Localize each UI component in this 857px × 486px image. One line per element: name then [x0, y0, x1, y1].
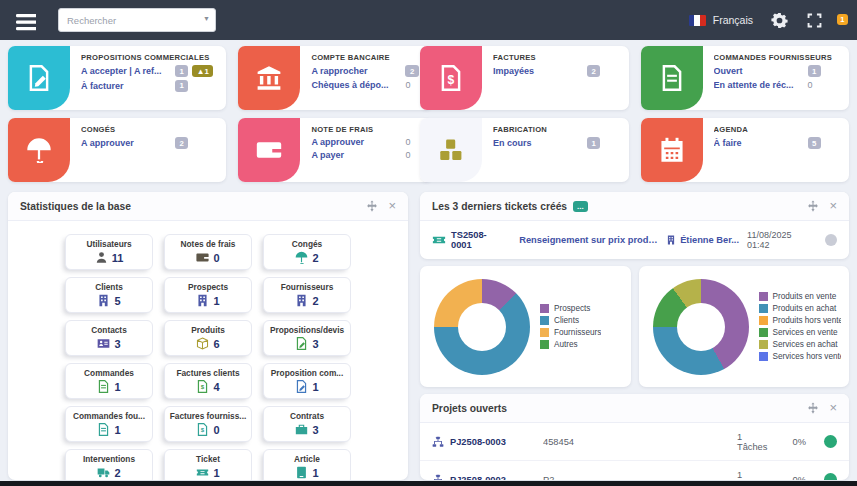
- summary-card[interactable]: CONGÉS A approuver 2: [8, 118, 226, 182]
- stats-panel-title: Statistiques de la base: [20, 201, 131, 212]
- close-icon[interactable]: ×: [829, 201, 837, 211]
- project-status-dot: [824, 435, 837, 448]
- count-badge: 2: [175, 137, 188, 149]
- card-stat-label: A rapprocher: [311, 66, 405, 76]
- stat-value: 2: [69, 466, 149, 479]
- search-box[interactable]: ▼: [58, 8, 216, 32]
- bank-icon: [238, 46, 300, 110]
- card-stat-label: A accepter | A ref...: [81, 66, 175, 76]
- card-stat-row[interactable]: A rapprocher 2: [311, 65, 422, 77]
- summary-card[interactable]: NOTE DE FRAIS A approuver 0 A payer 0: [238, 118, 431, 182]
- donut-chart[interactable]: [434, 279, 530, 375]
- building-icon: [97, 294, 110, 307]
- summary-card[interactable]: AGENDA À faire 5: [641, 118, 850, 182]
- building-icon: [666, 235, 676, 245]
- stat-box[interactable]: Clients 5: [65, 277, 153, 313]
- card-stat-row[interactable]: À faire 5: [714, 137, 841, 149]
- summary-card[interactable]: PROPOSITIONS COMMERCIALES A accepter | A…: [8, 46, 226, 110]
- menu-icon[interactable]: [16, 12, 36, 28]
- ticket-subject[interactable]: Renseignement sur prix produit ...: [519, 235, 660, 245]
- card-stat-row[interactable]: A payer 0: [311, 150, 422, 160]
- chevron-down-icon: ▼: [203, 15, 210, 22]
- ticket-ref[interactable]: TS2508-0001: [432, 230, 499, 250]
- summary-card[interactable]: FABRICATION En cours 1: [420, 118, 629, 182]
- sitemap-icon: [432, 436, 444, 448]
- project-row[interactable]: PJ2508-0002 P2 1 Tâches 0%: [420, 461, 849, 480]
- drag-move-icon[interactable]: [366, 200, 378, 212]
- donut-chart-panel-2: Produits en vente Produits en achat Prod…: [639, 266, 850, 387]
- summary-card[interactable]: COMMANDES FOURNISSEURS Ouvert 1 En atten…: [641, 46, 850, 110]
- stat-box[interactable]: Congés 2: [263, 234, 351, 270]
- card-stat-row[interactable]: En cours 1: [493, 137, 620, 149]
- stat-box[interactable]: Utilisateurs 11: [65, 234, 153, 270]
- stat-value: 3: [267, 337, 347, 350]
- stat-value: 1: [267, 380, 347, 393]
- stat-box[interactable]: Propositions/devis 3: [263, 320, 351, 356]
- count-badge: 1: [175, 80, 188, 92]
- calendar-icon: [641, 118, 703, 182]
- card-stat-row[interactable]: À facturer 1: [81, 80, 217, 92]
- card-stat-row[interactable]: A approuver 2: [81, 137, 217, 149]
- close-icon[interactable]: ×: [388, 201, 396, 211]
- card-title: CONGÉS: [81, 125, 217, 134]
- tickets-more-badge[interactable]: ...: [573, 201, 588, 212]
- stat-box[interactable]: Fournisseurs 2: [263, 277, 351, 313]
- project-ref[interactable]: PJ2508-0002: [432, 474, 537, 481]
- stat-box[interactable]: Contrats 3: [263, 406, 351, 442]
- settings-gear-icon[interactable]: [771, 12, 788, 29]
- card-stat-row[interactable]: Impayées 2: [493, 65, 620, 77]
- stat-label: Factures fourniss...: [168, 411, 248, 421]
- count-badge: 1: [587, 137, 600, 149]
- stat-box[interactable]: Commandes 1: [65, 363, 153, 399]
- summary-cards-left: PROPOSITIONS COMMERCIALES A accepter | A…: [8, 46, 408, 182]
- stat-box[interactable]: Factures fourniss... $ 0: [164, 406, 252, 442]
- legend-item: Produits en achat: [759, 304, 842, 313]
- language-selector[interactable]: Français: [689, 14, 753, 26]
- stat-label: Ticket: [168, 454, 248, 464]
- invoice-dollar-icon: $: [420, 46, 482, 110]
- stat-box[interactable]: Article 1: [263, 449, 351, 480]
- legend-item: Autres: [540, 340, 601, 349]
- stat-box[interactable]: Prospects 1: [164, 277, 252, 313]
- drag-move-icon[interactable]: [807, 402, 819, 414]
- project-progress: 0%: [776, 475, 806, 481]
- stat-box[interactable]: Interventions 2: [65, 449, 153, 480]
- summary-card[interactable]: $ FACTURES Impayées 2: [420, 46, 629, 110]
- stat-box[interactable]: Notes de frais 0: [164, 234, 252, 270]
- summary-card[interactable]: COMPTE BANCAIRE A rapprocher 2 Chèques à…: [238, 46, 431, 110]
- box-icon: [196, 337, 209, 350]
- stat-box[interactable]: Commandes fou... 1: [65, 406, 153, 442]
- card-stat-row[interactable]: Chèques à dépo... 0: [311, 80, 422, 90]
- card-stat-row[interactable]: En attente de réc... 0: [714, 80, 841, 90]
- count-badge: ▲1: [192, 65, 213, 77]
- stat-box[interactable]: Contacts 3: [65, 320, 153, 356]
- stat-value: $ 4: [168, 380, 248, 393]
- ticket-row[interactable]: TS2508-0001 Renseignement sur prix produ…: [420, 221, 849, 259]
- project-ref[interactable]: PJ2508-0003: [432, 436, 537, 448]
- stat-box[interactable]: Ticket 1: [164, 449, 252, 480]
- close-icon[interactable]: ×: [829, 403, 837, 413]
- card-stat-row[interactable]: A accepter | A ref... 1▲1: [81, 65, 217, 77]
- project-status-dot: [824, 473, 837, 480]
- card-title: FABRICATION: [493, 125, 620, 134]
- stat-label: Propositions/devis: [267, 325, 347, 335]
- wallet-icon: [238, 118, 300, 182]
- fullscreen-icon[interactable]: [806, 12, 823, 29]
- stat-value: 3: [267, 423, 347, 436]
- stat-box[interactable]: Proposition com... 1: [263, 363, 351, 399]
- svg-text:$: $: [201, 383, 205, 390]
- donut-chart[interactable]: [653, 279, 749, 375]
- project-row[interactable]: PJ2508-0003 458454 1 Tâches 0%: [420, 423, 849, 461]
- stat-box[interactable]: Produits 6: [164, 320, 252, 356]
- card-stat-row[interactable]: Ouvert 1: [714, 65, 841, 77]
- stat-label: Commandes: [69, 368, 149, 378]
- ticket-assignee[interactable]: Étienne Ber...: [666, 235, 741, 245]
- card-stat-label: A approuver: [311, 137, 405, 147]
- legend-item: Produits hors vente et ho...: [759, 316, 842, 325]
- stat-box[interactable]: Factures clients $ 4: [164, 363, 252, 399]
- svg-text:$: $: [448, 73, 455, 87]
- search-input[interactable]: [58, 8, 216, 32]
- drag-move-icon[interactable]: [807, 200, 819, 212]
- card-stat-row[interactable]: A approuver 0: [311, 137, 422, 147]
- card-stat-label: A payer: [311, 150, 405, 160]
